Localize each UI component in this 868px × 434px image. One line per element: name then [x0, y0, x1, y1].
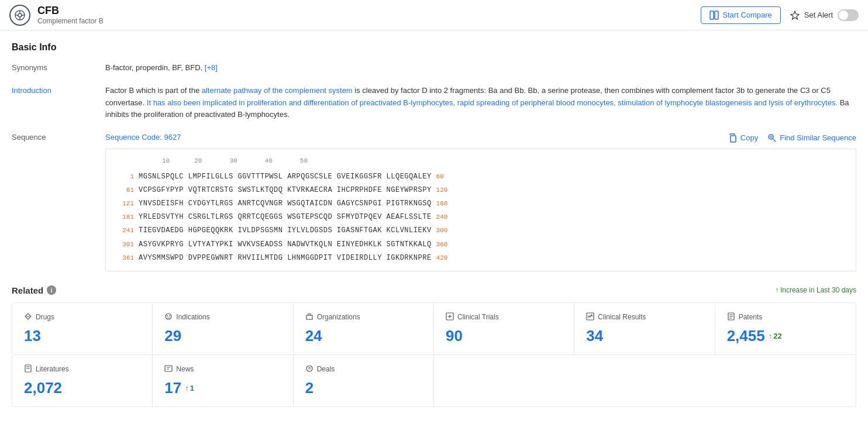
organizations-icon: [305, 312, 314, 322]
svg-line-11: [773, 139, 776, 142]
related-card-drugs[interactable]: Drugs 13: [12, 303, 153, 354]
compare-icon: [709, 11, 719, 20]
seq-num-end-1: 60: [436, 172, 444, 182]
seq-row-5: 241 TIEGVDAEDG HGPGEQQKRK IVLDPSGSMN IYL…: [115, 225, 846, 236]
related-card-literatures[interactable]: Literatures 2,072: [12, 355, 153, 407]
gene-info: CFB Complement factor B: [37, 5, 104, 25]
svg-point-14: [167, 315, 168, 316]
header-left: CFB Complement factor B: [9, 5, 104, 26]
seq-data-1: MGSNLSPQLC LMPFILGLLS GGVTTTPWSL ARPQGSC…: [139, 171, 432, 182]
news-increase-arrow: ↑: [185, 384, 189, 392]
patents-increase: ↑ 22: [769, 332, 782, 340]
sequence-box[interactable]: 10 20 30 40 50 1 MGSNLSPQLC LMPFILGLLS G…: [105, 149, 856, 271]
intro-part2: It has also been implicated in prolifera…: [105, 98, 849, 119]
seq-row-7: 361 AVYSMMSWPD DVPPEGWNRT RHVIILMTDG LHN…: [115, 253, 846, 264]
related-title-text: Related: [12, 285, 43, 295]
seq-num-end-5: 300: [436, 226, 448, 236]
increase-badge: ↑ Increase in Last 30 days: [775, 286, 856, 294]
ruler-50: 50: [300, 156, 308, 167]
introduction-value: Factor B which is part of the alternate …: [105, 85, 856, 121]
related-card-news[interactable]: News 17 ↑ 1: [153, 355, 293, 407]
copy-icon: [728, 133, 738, 143]
deals-label: Deals: [305, 364, 422, 374]
organizations-label: Organizations: [305, 312, 422, 322]
seq-num-2: 61: [115, 185, 134, 196]
set-alert-area: Set Alert: [790, 9, 859, 21]
copy-button[interactable]: Copy: [728, 133, 758, 143]
seq-data-7: AVYSMMSWPD DVPPEGWNRT RHVIILMTDG LHNMGGD…: [139, 253, 432, 264]
copy-label: Copy: [740, 133, 758, 142]
synonyms-more[interactable]: [+8]: [205, 63, 218, 72]
drugs-icon: [24, 312, 32, 322]
synonyms-label: Synonyms: [12, 62, 105, 72]
related-card-indications[interactable]: Indications 29: [153, 303, 293, 354]
literatures-label: Literatures: [24, 364, 140, 374]
ruler-30: 30: [229, 156, 237, 167]
drugs-label: Drugs: [24, 312, 140, 322]
drugs-count-value: 13: [24, 327, 41, 345]
set-alert-toggle[interactable]: [838, 9, 859, 21]
deals-label-text: Deals: [317, 365, 335, 373]
seq-num-4: 181: [115, 212, 134, 223]
start-compare-button[interactable]: Start Compare: [701, 6, 781, 24]
ruler-10: 10: [162, 156, 170, 167]
implicated-link[interactable]: It has also been implicated in prolifera…: [147, 98, 838, 107]
ruler-20: 20: [194, 156, 202, 167]
related-card-clinical-results[interactable]: Clinical Results 34: [574, 303, 715, 354]
basic-info-title: Basic Info: [12, 42, 856, 53]
increase-arrow-icon: ↑: [775, 286, 779, 294]
seq-data-5: TIEGVDAEDG HGPGEQQKRK IVLDPSGSMN IYLVLDG…: [139, 225, 432, 236]
sequence-actions: Copy Find Similar Sequence: [728, 133, 856, 143]
alternate-pathway-link[interactable]: alternate pathway of the complement syst…: [202, 86, 353, 95]
gene-symbol: CFB: [37, 5, 104, 17]
indications-count: 29: [164, 327, 281, 345]
svg-rect-16: [306, 315, 312, 319]
introduction-label: Introduction: [12, 85, 105, 95]
clinical-results-label-text: Clinical Results: [598, 313, 646, 321]
find-similar-icon: [767, 133, 777, 143]
clinical-results-icon: [586, 312, 594, 322]
related-info-icon[interactable]: i: [47, 285, 56, 295]
seq-num-1: 1: [115, 172, 134, 182]
seq-data-3: YNVSDEISFH CYDGYTLRGS ANRTCQVNGR WSGQTAI…: [139, 198, 432, 209]
organizations-label-text: Organizations: [317, 313, 360, 321]
indications-icon: [164, 312, 173, 322]
alert-icon: [790, 11, 800, 20]
related-card-organizations[interactable]: Organizations 24: [294, 303, 434, 354]
patents-count-value: 2,455: [727, 327, 765, 345]
deals-count: 2: [305, 379, 422, 397]
sequence-header: Sequence Code: 9627 Copy: [105, 132, 856, 144]
news-increase-value: 1: [190, 384, 194, 392]
svg-rect-8: [731, 136, 736, 142]
sequence-value: Sequence Code: 9627 Copy: [105, 132, 856, 271]
related-card-patents[interactable]: Patents 2,455 ↑ 22: [715, 303, 856, 354]
seq-data-6: ASYGVKPRYG LVTYATYPKI WVKVSEADSS NADWVTK…: [139, 239, 432, 250]
seq-row-3: 121 YNVSDEISFH CYDGYTLRGS ANRTCQVNGR WSG…: [115, 198, 846, 209]
synonyms-text: B-factor, properdin, BF, BFD,: [105, 63, 202, 72]
patents-increase-value: 22: [773, 332, 781, 340]
gene-name: Complement factor B: [37, 17, 104, 25]
organizations-count: 24: [305, 327, 422, 345]
seq-row-4: 181 YRLEDSVTYH CSRGLTLRGS QRRTCQEGGS WSG…: [115, 212, 846, 223]
indications-label: Indications: [164, 312, 281, 322]
svg-point-9: [769, 135, 773, 139]
seq-num-end-2: 120: [436, 185, 448, 196]
clinical-trials-icon: [446, 312, 454, 322]
sequence-row: Sequence Sequence Code: 9627 Copy: [12, 132, 856, 271]
clinical-results-count: 34: [586, 327, 702, 345]
ruler-40: 40: [265, 156, 273, 167]
seq-row-1: 1 MGSNLSPQLC LMPFILGLLS GGVTTTPWSL ARPQG…: [115, 171, 846, 182]
clinical-trials-count: 90: [446, 327, 562, 345]
literatures-count: 2,072: [24, 379, 140, 397]
patents-increase-arrow: ↑: [769, 332, 773, 340]
related-cards-row2: Literatures 2,072 News 17 ↑ 1: [12, 355, 856, 407]
find-similar-button[interactable]: Find Similar Sequence: [767, 133, 856, 143]
header: CFB Complement factor B Start Compare Se…: [0, 0, 868, 30]
svg-rect-6: [710, 11, 714, 19]
related-card-clinical-trials[interactable]: Clinical Trials 90: [434, 303, 574, 354]
news-icon: [164, 364, 173, 374]
seq-num-end-3: 180: [436, 199, 448, 209]
patents-label-text: Patents: [739, 313, 763, 321]
related-card-deals[interactable]: Deals 2: [294, 355, 434, 407]
synonyms-value: B-factor, properdin, BF, BFD, [+8]: [105, 62, 856, 74]
